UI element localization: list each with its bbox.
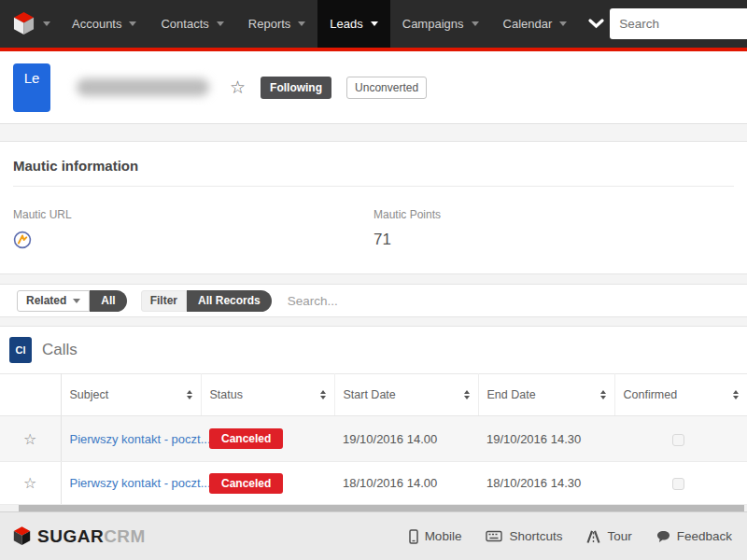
status-badge: Canceled [209, 473, 283, 494]
mobile-link[interactable]: Mobile [409, 529, 462, 544]
sort-icon [464, 390, 470, 399]
more-modules-button[interactable] [588, 19, 604, 29]
related-label: Related [26, 294, 66, 307]
nav-item-reports[interactable]: Reports [236, 0, 318, 48]
call-subject-link[interactable]: Pierwszy kontakt - poczt... [70, 432, 211, 446]
nav-item-accounts[interactable]: Accounts [60, 0, 148, 48]
mautic-url-field: Mautic URL [13, 208, 374, 253]
following-button[interactable]: Following [261, 77, 331, 99]
confirmed-checkbox[interactable] [672, 478, 684, 490]
sort-icon [187, 390, 192, 399]
mautic-points-value: 71 [374, 231, 734, 249]
nav-label: Leads [330, 17, 362, 31]
sort-icon [600, 390, 606, 399]
column-label: Start Date [344, 388, 396, 401]
table-row: ☆ Pierwszy kontakt - poczt... Canceled 1… [0, 416, 747, 462]
shortcuts-link[interactable]: Shortcuts [486, 529, 562, 543]
record-name-redacted [77, 78, 209, 96]
confirmed-checkbox[interactable] [672, 434, 684, 446]
nav-label: Calendar [503, 17, 553, 31]
sort-icon [733, 390, 739, 399]
section-title: Mautic information [13, 153, 734, 187]
nav-label: Campaigns [402, 17, 464, 31]
calls-panel-header: Cl Calls [0, 327, 747, 373]
logo-caret-icon [43, 21, 50, 26]
nav-item-calendar[interactable]: Calendar [491, 0, 580, 48]
end-date-cell: 19/10/2016 14.30 [478, 416, 614, 462]
chevron-down-icon [588, 19, 604, 29]
related-toolbar: Related All Filter All Records [0, 284, 747, 317]
chevron-down-icon [559, 21, 567, 26]
column-label: Confirmed [624, 388, 678, 401]
cube-icon [13, 12, 35, 35]
footer-link-label: Shortcuts [509, 529, 562, 543]
nav-label: Reports [248, 17, 291, 31]
record-header: Le ☆ Following Unconverted [0, 51, 747, 124]
calls-table: Subject Status Start Date End Date Confi… [0, 373, 747, 505]
chevron-down-icon [472, 21, 479, 26]
module-filter-pill[interactable]: All [90, 290, 126, 312]
column-header-start-date[interactable]: Start Date [334, 374, 478, 416]
field-label: Mautic Points [374, 208, 734, 221]
calls-panel: Cl Calls Subject Status Start Date End D… [0, 326, 747, 512]
mautic-information-panel: Mautic information Mautic URL Mautic Poi… [0, 141, 747, 274]
favorite-star-icon[interactable]: ☆ [0, 416, 61, 462]
sugarcrm-cube-logo[interactable] [13, 12, 50, 35]
footer-link-label: Tour [607, 529, 631, 543]
brand-primary: SUGAR [37, 526, 104, 546]
star-column-header [0, 374, 61, 416]
call-subject-link[interactable]: Pierwszy kontakt - poczt... [70, 476, 211, 490]
chevron-down-icon [73, 299, 80, 303]
table-header-row: Subject Status Start Date End Date Confi… [0, 374, 747, 416]
column-header-status[interactable]: Status [201, 374, 334, 416]
mautic-points-field: Mautic Points 71 [374, 208, 734, 253]
footer: SUGARCRM Mobile Shortcuts Tour [0, 511, 747, 560]
related-search-input[interactable] [288, 294, 568, 308]
mautic-fields: Mautic URL Mautic Points 71 [13, 187, 734, 253]
column-label: Subject [70, 388, 109, 401]
top-nav: Accounts Contacts Reports Leads Campaign… [0, 0, 747, 48]
lead-avatar: Le [13, 63, 50, 112]
chevron-down-icon [217, 21, 224, 26]
tour-link[interactable]: Tour [586, 529, 631, 543]
nav-item-contacts[interactable]: Contacts [148, 0, 235, 48]
search-input[interactable] [610, 8, 747, 39]
confirmed-cell [614, 416, 747, 462]
footer-link-label: Feedback [677, 529, 732, 543]
confirmed-cell [614, 462, 747, 505]
keyboard-icon [486, 530, 502, 542]
nav-label: Accounts [72, 17, 121, 31]
mautic-logo-icon[interactable] [13, 231, 32, 249]
unconverted-badge: Unconverted [346, 77, 427, 99]
feedback-link[interactable]: Feedback [656, 529, 732, 543]
favorite-star-icon[interactable]: ☆ [230, 77, 246, 98]
column-header-confirmed[interactable]: Confirmed [614, 374, 747, 416]
brand-wordmark: SUGARCRM [37, 526, 146, 547]
nav-item-campaigns[interactable]: Campaigns [390, 0, 491, 48]
tour-road-icon [586, 530, 600, 543]
column-label: Status [210, 388, 243, 401]
filter-button[interactable]: Filter [141, 290, 187, 312]
footer-link-label: Mobile [425, 529, 462, 543]
filter-value-pill[interactable]: All Records [187, 290, 272, 312]
brand-secondary: CRM [104, 526, 146, 546]
nav-item-leads[interactable]: Leads [317, 0, 389, 48]
end-date-cell: 18/10/2016 14.30 [478, 462, 614, 505]
related-dropdown-button[interactable]: Related [17, 290, 90, 312]
chevron-down-icon [129, 21, 136, 26]
sugarcrm-brand: SUGARCRM [13, 526, 146, 547]
field-label: Mautic URL [13, 208, 374, 221]
start-date-cell: 19/10/2016 14.00 [334, 416, 478, 462]
status-badge: Canceled [209, 428, 283, 449]
mobile-phone-icon [409, 529, 418, 544]
nav-label: Contacts [161, 17, 208, 31]
chevron-down-icon [298, 21, 305, 26]
start-date-cell: 18/10/2016 14.00 [334, 462, 478, 505]
table-row: ☆ Pierwszy kontakt - poczt... Canceled 1… [0, 462, 747, 505]
cube-icon [13, 526, 31, 546]
chevron-down-icon [371, 21, 378, 26]
column-header-end-date[interactable]: End Date [478, 374, 614, 416]
column-label: End Date [487, 388, 536, 401]
column-header-subject[interactable]: Subject [61, 374, 201, 416]
favorite-star-icon[interactable]: ☆ [0, 462, 61, 505]
